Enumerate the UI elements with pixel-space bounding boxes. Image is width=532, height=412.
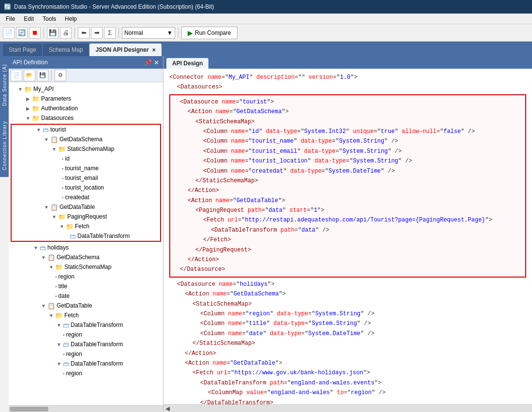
tab-schema-map[interactable]: Schema Map	[43, 44, 89, 56]
xml-line-datasources: <Datasources>	[169, 82, 526, 92]
tree-getdataschema-holidays[interactable]: ▼ 📋 GetDataSchema	[9, 252, 163, 262]
table-icon: 🗃	[63, 341, 69, 348]
run-compare-button[interactable]: ▶ Run Compare	[181, 27, 237, 39]
stop-button[interactable]: ⏹	[29, 27, 41, 39]
tab-json-api-designer[interactable]: JSON API Designer ✕	[89, 44, 161, 56]
right-arrow-button[interactable]: ➡	[91, 27, 103, 39]
tree-label-staticschemamap-holidays: StaticSchemaMap	[64, 264, 111, 270]
tab-api-design[interactable]: API Design	[166, 58, 208, 69]
menu-tools[interactable]: Tools	[39, 15, 60, 23]
tree-label-my-api: My_API	[33, 86, 54, 92]
tree-field-tourist-location[interactable]: ▪ tourist_location	[12, 183, 160, 192]
tree-dtt-1[interactable]: ▼ 🗃 DataTableTransform	[9, 320, 163, 330]
tree-holidays[interactable]: ▼ 🗃 holidays	[9, 243, 163, 252]
xml-line-connector: <Connector name="My_API" description="" …	[169, 73, 526, 82]
new-button[interactable]: 📄	[3, 27, 15, 39]
app-icon: 🔄	[4, 3, 11, 10]
tree-scrollbar[interactable]	[9, 405, 163, 412]
print-button[interactable]: 🖨	[60, 27, 72, 39]
tree-field-region-1[interactable]: ▪ region	[9, 330, 163, 339]
tree-field-tourist-name[interactable]: ▪ tourist_name	[12, 163, 160, 173]
xml-action-getdataschema: <Action name="GetDataSchema">	[172, 107, 523, 117]
tab-start-page[interactable]: Start Page	[3, 44, 42, 56]
tree-staticschemamap-holidays[interactable]: ▼ 📁 StaticSchemaMap	[9, 262, 163, 272]
refresh-button[interactable]: 🔄	[16, 27, 28, 39]
tree-label-dtt-1: DataTableTransform	[71, 322, 123, 328]
tree-my-api[interactable]: ▼ 📁 My_API	[9, 84, 163, 94]
lt-save-btn[interactable]: 💾	[37, 70, 48, 81]
tab-close-icon[interactable]: ✕	[152, 47, 156, 53]
field-icon: ▪	[62, 166, 64, 171]
field-icon: ▪	[63, 371, 65, 376]
xml-editor[interactable]: <Connector name="My_API" description="" …	[163, 69, 532, 404]
doc-icon: 📋	[50, 136, 58, 143]
tree-label-createdat: createdat	[65, 194, 89, 201]
tree-label-fetch-tourist: Fetch	[75, 223, 89, 230]
xml-action-close-1: </Action>	[172, 186, 523, 195]
lt-open-btn[interactable]: 📂	[24, 70, 35, 81]
tree-dtt-3[interactable]: ▼ 🗃 DataTableTransform	[9, 359, 163, 368]
field-icon: ▪	[62, 156, 64, 162]
tree-field-tourist-email[interactable]: ▪ tourist_email	[12, 173, 160, 183]
tree-field-title[interactable]: ▪ title	[9, 281, 163, 291]
tree-field-region-3[interactable]: ▪ region	[9, 368, 163, 378]
tree-label-holidays: holidays	[47, 244, 69, 251]
tree-field-createdat[interactable]: ▪ createdat	[12, 192, 160, 202]
tree-field-id[interactable]: ▪ id	[12, 154, 160, 163]
tab-api-design-label: API Design	[172, 60, 203, 67]
xml-tourist-section: <Datasource name="tourist"> <Action name…	[169, 94, 526, 278]
panel-header-icons: 📌 ✕	[144, 59, 159, 66]
tree-container[interactable]: ▼ 📁 My_API ▶ 📁 Parameters ▶ 📁 Authentica…	[9, 82, 163, 405]
tree-getdataschema-tourist[interactable]: ▼ 📋 GetDataSchema	[12, 134, 160, 144]
close-panel-icon[interactable]: ✕	[154, 59, 159, 66]
tree-field-region-2[interactable]: ▪ region	[9, 349, 163, 359]
nav-left-arrow[interactable]: ◀	[165, 405, 170, 412]
tree-datatabletransform-tourist[interactable]: 🗃 DataTableTransform	[12, 231, 160, 241]
tree-tourist[interactable]: ▼ 🗃 tourist	[12, 125, 160, 134]
xml-col-createdat: <Column name="createdat" data-type="Syst…	[172, 166, 523, 176]
left-panel: API Definition 📌 ✕ 📄 📂 💾 ⚙ ▼ 📁 My_API	[9, 56, 163, 412]
tree-parameters[interactable]: ▶ 📁 Parameters	[9, 94, 163, 103]
tree-getdatatable-holidays[interactable]: ▼ 📋 GetDataTable	[9, 301, 163, 310]
left-arrow-button[interactable]: ⬅	[78, 27, 89, 39]
xml-staticschemamap-close: </StaticSchemaMap>	[172, 176, 523, 186]
folder-icon: 📁	[55, 312, 63, 319]
red-border-tourist-section: ▼ 🗃 tourist ▼ 📋 GetDataSchema ▼ 📁 Static…	[11, 124, 161, 242]
tree-label-tourist-name: tourist_name	[65, 165, 99, 172]
menu-help[interactable]: Help	[61, 15, 81, 23]
lt-settings-btn[interactable]: ⚙	[55, 70, 66, 81]
tree-field-date[interactable]: ▪ date	[9, 291, 163, 301]
pin-icon[interactable]: 📌	[144, 59, 152, 66]
tree-fetch-holidays[interactable]: ▼ 📁 Fetch	[9, 310, 163, 320]
xml-fetch-open: <Fetch url="http://restapi.adequateshop.…	[172, 215, 523, 225]
xml-colmap-ew: <ColumnMap value="england-and-wales" to=…	[169, 388, 526, 397]
xml-fetch-close: </Fetch>	[172, 235, 523, 245]
menu-file[interactable]: File	[2, 15, 19, 23]
tree-dtt-2[interactable]: ▼ 🗃 DataTableTransform	[9, 339, 163, 349]
tree-fetch-tourist[interactable]: ▼ 📁 Fetch	[12, 221, 160, 231]
tree-authentication[interactable]: ▶ 📁 Authentication	[9, 103, 163, 113]
xml-datasource-holidays: <Datasource name="holidays">	[169, 280, 526, 289]
sum-button[interactable]: Σ	[104, 27, 116, 39]
tree-label-fetch-holidays: Fetch	[64, 312, 79, 319]
tree-staticschemamap-tourist[interactable]: ▼ 📁 StaticSchemaMap	[12, 144, 160, 154]
lt-new-btn[interactable]: 📄	[11, 70, 22, 81]
tree-pagingrequest[interactable]: ▼ 📁 PagingRequest	[12, 212, 160, 221]
xml-datasource-tourist-close: </Datasource>	[172, 265, 523, 274]
tree-getdatatable-tourist[interactable]: ▼ 📋 GetDataTable	[12, 202, 160, 212]
tree-field-region[interactable]: ▪ region	[9, 272, 163, 281]
tree-label-datasources: Datasources	[41, 115, 74, 121]
table-icon: 🗃	[63, 360, 69, 368]
doc-icon: 📋	[50, 204, 58, 211]
save-button[interactable]: 💾	[47, 27, 59, 39]
menu-edit[interactable]: Edit	[20, 15, 38, 23]
tree-label-title: title	[59, 283, 68, 290]
xml-ssm-holidays-open: <StaticSchemaMap>	[169, 299, 526, 309]
tree-label-tourist: tourist	[50, 126, 66, 133]
run-icon: ▶	[188, 29, 193, 37]
tree-datasources[interactable]: ▼ 📁 Datasources	[9, 113, 163, 123]
mode-dropdown[interactable]: Normal ▼	[122, 27, 175, 39]
field-icon: ▪	[62, 176, 64, 181]
xml-dtt-ew-open: <DataTableTransform path="england-and-wa…	[169, 378, 526, 388]
tree-label-getdatatable-tourist: GetDataTable	[59, 204, 95, 210]
